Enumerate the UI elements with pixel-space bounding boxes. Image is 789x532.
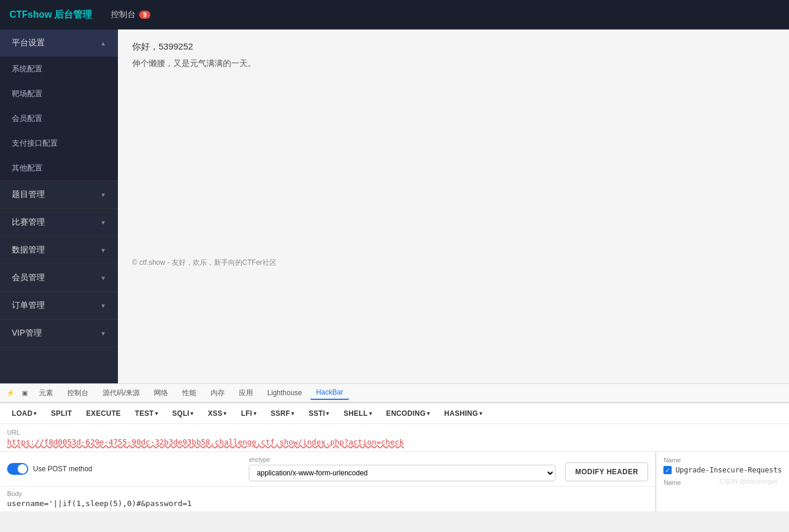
main-layout: 平台设置 ▲ 系统配置 靶场配置 会员配置 支付接口配置 其他配置 题目管理 ▼… (0, 29, 789, 383)
sidebar-group-questions-label: 题目管理 (12, 189, 45, 200)
sidebar: 平台设置 ▲ 系统配置 靶场配置 会员配置 支付接口配置 其他配置 题目管理 ▼… (0, 29, 118, 383)
sidebar-group-competition-label: 比赛管理 (12, 217, 45, 228)
sidebar-group-competition-header[interactable]: 比赛管理 ▼ (0, 209, 118, 236)
tab-console[interactable]: 控制台 (61, 386, 94, 400)
chevron-up-icon: ▲ (100, 40, 106, 47)
tab-memory[interactable]: 内存 (205, 386, 231, 400)
nav-console-badge: 9 (139, 11, 150, 19)
enctype-select[interactable]: application/x-www-form-urlencoded multip… (249, 465, 555, 481)
chevron-down-icon-6: ▼ (100, 330, 106, 337)
chevron-down-icon-3: ▼ (100, 247, 106, 254)
hackbar-load-button[interactable]: LOAD ▾ (6, 407, 43, 420)
hackbar-left-panel: Use POST method enctype application/x-ww… (0, 452, 656, 511)
sidebar-group-vip: VIP管理 ▼ (0, 320, 118, 347)
encoding-caret-icon: ▾ (427, 411, 430, 416)
sidebar-item-system-config[interactable]: 系统配置 (0, 57, 118, 81)
site-footer: © ctf.show - 友好，欢乐，新手向的CTFer社区 (132, 258, 775, 268)
hackbar-section: LOAD ▾ SPLIT EXECUTE TEST ▾ SQLI ▾ XSS ▾… (0, 402, 789, 511)
welcome-subtitle: 伸个懒腰，又是元气满满的一天。 (132, 58, 775, 69)
sidebar-group-data-label: 数据管理 (12, 245, 45, 255)
tab-application[interactable]: 应用 (233, 386, 259, 400)
sidebar-group-orders-header[interactable]: 订单管理 ▼ (0, 292, 118, 319)
sidebar-group-vip-header[interactable]: VIP管理 ▼ (0, 320, 118, 347)
hackbar-load-label: LOAD (12, 409, 32, 418)
hackbar-split-button[interactable]: SPLIT (45, 407, 78, 420)
chevron-down-icon-1: ▼ (100, 192, 106, 198)
hackbar-execute-button[interactable]: EXECUTE (80, 407, 127, 420)
welcome-message: 你好，5399252 (132, 41, 775, 52)
top-header: CTFshow 后台管理 控制台 9 (0, 0, 789, 29)
modify-header-button[interactable]: MODIFY HEADER (565, 462, 648, 481)
nav-console[interactable]: 控制台 9 (111, 9, 150, 20)
sidebar-group-vip-label: VIP管理 (12, 328, 42, 339)
url-value[interactable]: https://f8d0053d-629e-4755-90dc-32b3de93… (7, 438, 782, 446)
hackbar-main: Use POST method enctype application/x-ww… (0, 452, 789, 511)
hackbar-shell-button[interactable]: SHELL ▾ (338, 407, 378, 420)
hackbar-lfi-button[interactable]: LFI ▾ (235, 407, 262, 420)
url-section: URL https://f8d0053d-629e-4755-90dc-32b3… (0, 424, 789, 452)
sidebar-group-questions-header[interactable]: 题目管理 ▼ (0, 181, 118, 208)
panel-name-label-1: Name (663, 457, 782, 464)
sidebar-group-questions: 题目管理 ▼ (0, 181, 118, 209)
watermark: CSDN @baozongwi (719, 478, 777, 485)
sidebar-item-member-config[interactable]: 会员配置 (0, 106, 118, 131)
chevron-down-icon-2: ▼ (100, 219, 106, 226)
form-controls-row: Use POST method enctype application/x-ww… (0, 452, 655, 487)
tab-performance[interactable]: 性能 (176, 386, 202, 400)
content-area: 你好，5399252 伸个懒腰，又是元气满满的一天。 © ctf.show - … (118, 29, 789, 383)
enctype-label: enctype (249, 457, 555, 463)
body-section: Body username='||if(1,sleep(5),0)#&passw… (0, 487, 655, 511)
post-method-toggle[interactable] (7, 463, 28, 475)
devtools-icon-device[interactable]: ▣ (19, 387, 31, 399)
hashing-caret-icon: ▾ (479, 411, 482, 416)
post-method-toggle-wrap: Use POST method (7, 463, 93, 475)
devtools-tab-bar: ⚡ ▣ 元素 控制台 源代码/来源 网络 性能 内存 应用 Lighthouse… (0, 383, 789, 402)
devtools-icon-inspect[interactable]: ⚡ (5, 387, 17, 399)
enctype-wrapper: enctype application/x-www-form-urlencode… (249, 457, 555, 481)
sidebar-item-other-config[interactable]: 其他配置 (0, 156, 118, 180)
lfi-caret-icon: ▾ (254, 411, 257, 416)
hackbar-encoding-button[interactable]: ENCODING ▾ (380, 407, 436, 420)
sidebar-group-members: 会员管理 ▼ (0, 264, 118, 292)
sidebar-item-range-config[interactable]: 靶场配置 (0, 81, 118, 106)
sidebar-group-platform-header[interactable]: 平台设置 ▲ (0, 29, 118, 57)
test-caret-icon: ▾ (155, 411, 158, 416)
ssrf-caret-icon: ▾ (291, 411, 294, 416)
hackbar-hashing-button[interactable]: HASHING ▾ (438, 407, 488, 420)
body-value[interactable]: username='||if(1,sleep(5),0)#&password=1 (7, 499, 648, 508)
sidebar-group-members-label: 会员管理 (12, 272, 45, 283)
upgrade-insecure-label: Upgrade-Insecure-Requests (675, 466, 782, 474)
hackbar-ssti-button[interactable]: SSTI ▾ (303, 407, 336, 420)
load-caret-icon: ▾ (34, 411, 37, 416)
tab-lighthouse[interactable]: Lighthouse (261, 386, 308, 399)
tab-network[interactable]: 网络 (148, 386, 174, 400)
sidebar-group-orders: 订单管理 ▼ (0, 292, 118, 320)
nav-console-label: 控制台 (111, 9, 136, 20)
upgrade-insecure-checkbox[interactable]: ✓ (663, 466, 672, 474)
hackbar-toolbar: LOAD ▾ SPLIT EXECUTE TEST ▾ SQLI ▾ XSS ▾… (0, 403, 789, 424)
sidebar-group-members-header[interactable]: 会员管理 ▼ (0, 264, 118, 291)
hackbar-ssrf-button[interactable]: SSRF ▾ (265, 407, 301, 420)
url-label: URL (7, 429, 782, 436)
sidebar-group-platform-label: 平台设置 (12, 38, 45, 48)
xss-caret-icon: ▾ (223, 411, 226, 416)
ssti-caret-icon: ▾ (326, 411, 329, 416)
sidebar-group-orders-label: 订单管理 (12, 300, 45, 311)
hackbar-sqli-button[interactable]: SQLI ▾ (166, 407, 200, 420)
hackbar-xss-button[interactable]: XSS ▾ (202, 407, 233, 420)
tab-hackbar[interactable]: HackBar (310, 386, 349, 400)
sidebar-group-platform: 平台设置 ▲ 系统配置 靶场配置 会员配置 支付接口配置 其他配置 (0, 29, 118, 181)
chevron-down-icon-5: ▼ (100, 303, 106, 309)
app-logo: CTFshow 后台管理 (9, 9, 92, 21)
body-label: Body (7, 490, 648, 497)
post-method-label: Use POST method (33, 465, 93, 473)
sqli-caret-icon: ▾ (190, 411, 193, 416)
sidebar-group-data: 数据管理 ▼ (0, 237, 118, 264)
tab-elements[interactable]: 元素 (33, 386, 59, 400)
hackbar-test-button[interactable]: TEST ▾ (129, 407, 164, 420)
sidebar-group-data-header[interactable]: 数据管理 ▼ (0, 237, 118, 264)
sidebar-item-payment-config[interactable]: 支付接口配置 (0, 131, 118, 156)
tab-sources[interactable]: 源代码/来源 (97, 386, 146, 400)
sidebar-group-competition: 比赛管理 ▼ (0, 209, 118, 237)
shell-caret-icon: ▾ (369, 411, 372, 416)
